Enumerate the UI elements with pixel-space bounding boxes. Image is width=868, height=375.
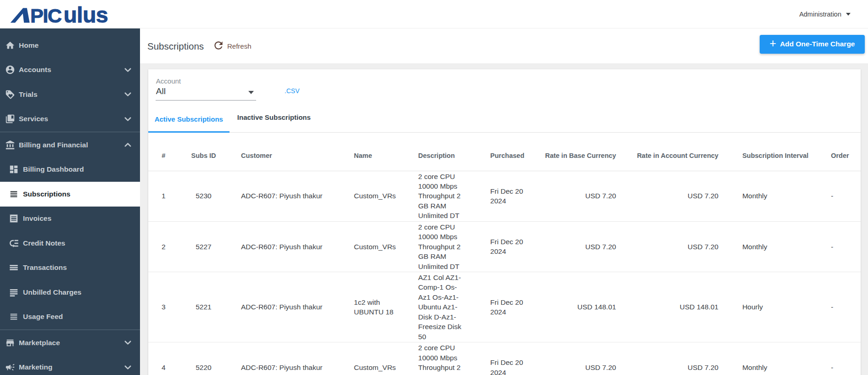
svg-text:ulus: ulus	[64, 3, 108, 24]
svg-text:PIC: PIC	[30, 5, 62, 24]
